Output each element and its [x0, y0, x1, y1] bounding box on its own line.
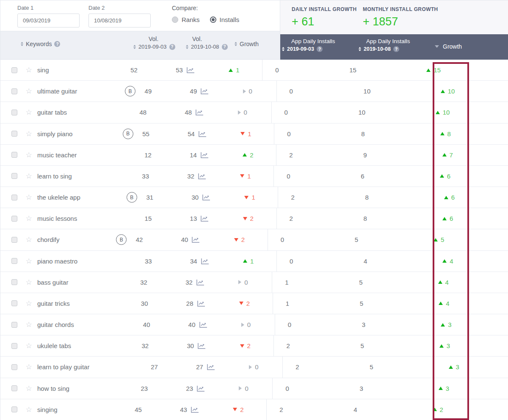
- row-checkbox[interactable]: [11, 88, 17, 94]
- sort-icon[interactable]: [282, 47, 284, 51]
- installs2-cell: 5: [344, 229, 420, 250]
- row-checkbox[interactable]: [11, 216, 17, 222]
- installs2-value: 4: [353, 406, 357, 413]
- vol1-cell: 12: [141, 145, 185, 165]
- vol-growth-arrow-icon: [240, 344, 244, 348]
- vol1-header[interactable]: Vol. 2019-09-03 ?: [133, 36, 175, 50]
- installs-radio[interactable]: [210, 16, 216, 23]
- ranks-radio-label[interactable]: Ranks: [182, 16, 200, 23]
- star-icon[interactable]: ☆: [25, 363, 32, 371]
- chart-icon[interactable]: [201, 258, 209, 264]
- vol1-value: 30: [141, 300, 148, 307]
- help-icon[interactable]: ?: [393, 46, 399, 52]
- chart-icon[interactable]: [187, 67, 195, 73]
- star-icon[interactable]: ☆: [25, 151, 32, 159]
- chart-icon[interactable]: [199, 321, 207, 328]
- row-checkbox[interactable]: [11, 385, 17, 391]
- vol2-value: 34: [190, 258, 197, 265]
- installs2-cell: 5: [359, 357, 435, 377]
- star-cell: ☆: [20, 208, 37, 229]
- star-icon[interactable]: ☆: [25, 236, 32, 243]
- installs2-header[interactable]: App Daily Installs 2019-10-08 ?: [359, 38, 410, 52]
- installs-growth-cell: 5: [420, 229, 458, 250]
- row-checkbox[interactable]: [11, 343, 17, 349]
- vol1-cell: 52: [127, 60, 171, 80]
- star-icon[interactable]: ☆: [25, 321, 32, 328]
- chart-icon[interactable]: [199, 131, 207, 137]
- row-checkbox[interactable]: [11, 322, 17, 328]
- row-checkbox[interactable]: [11, 364, 17, 370]
- row-checkbox[interactable]: [11, 300, 17, 306]
- chart-icon[interactable]: [197, 385, 205, 392]
- chart-icon[interactable]: [207, 364, 215, 370]
- vol2-header[interactable]: Vol. 2019-10-08 ?: [186, 36, 228, 50]
- vol1-value: 40: [143, 321, 150, 328]
- b-badge-icon: B: [116, 234, 127, 245]
- sort-icon[interactable]: [186, 45, 188, 49]
- growth-header[interactable]: Growth: [235, 41, 259, 47]
- installs-growth-value: 5: [441, 236, 444, 243]
- sort-desc-icon[interactable]: [435, 45, 439, 48]
- chart-icon[interactable]: [198, 343, 206, 349]
- chart-icon[interactable]: [196, 109, 204, 115]
- star-icon[interactable]: ☆: [25, 88, 32, 95]
- star-icon[interactable]: ☆: [25, 109, 32, 116]
- help-icon[interactable]: ?: [169, 44, 175, 50]
- sort-icon[interactable]: [359, 47, 361, 51]
- help-icon[interactable]: ?: [54, 41, 60, 47]
- chart-icon[interactable]: [202, 194, 210, 200]
- date1-input[interactable]: [17, 14, 80, 27]
- badge-cell: B: [119, 251, 141, 272]
- keywords-header[interactable]: Keywords ?: [21, 41, 60, 47]
- installs1-header[interactable]: App Daily Installs 2019-09-03 ?: [282, 38, 335, 52]
- checkbox-cell: [0, 335, 20, 356]
- chart-icon[interactable]: [201, 152, 209, 158]
- installs1-cell: 0: [268, 229, 344, 250]
- star-icon[interactable]: ☆: [25, 215, 32, 222]
- help-icon[interactable]: ?: [317, 46, 323, 52]
- chart-icon[interactable]: [201, 88, 209, 94]
- ranks-radio[interactable]: [172, 16, 178, 23]
- keyword-label: learn to play guitar: [37, 363, 89, 371]
- star-icon[interactable]: ☆: [25, 194, 32, 201]
- chart-icon[interactable]: [191, 406, 199, 413]
- row-checkbox[interactable]: [11, 406, 17, 412]
- sort-icon[interactable]: [21, 42, 23, 46]
- chart-icon[interactable]: [196, 279, 204, 285]
- chart-icon[interactable]: [192, 236, 200, 243]
- row-checkbox[interactable]: [11, 173, 17, 179]
- keyword-cell: ultimate guitar: [37, 81, 119, 102]
- row-checkbox[interactable]: [11, 152, 17, 158]
- star-icon[interactable]: ☆: [25, 385, 32, 392]
- row-checkbox[interactable]: [11, 131, 17, 137]
- star-icon[interactable]: ☆: [25, 66, 32, 74]
- star-icon[interactable]: ☆: [25, 300, 32, 307]
- sort-icon[interactable]: [133, 45, 136, 49]
- star-icon[interactable]: ☆: [25, 406, 32, 413]
- row-checkbox[interactable]: [11, 195, 17, 200]
- star-icon[interactable]: ☆: [25, 279, 32, 286]
- help-icon[interactable]: ?: [222, 44, 228, 50]
- installs-radio-label[interactable]: Installs: [220, 16, 240, 23]
- row-checkbox[interactable]: [11, 279, 17, 285]
- star-cell: ☆: [20, 251, 37, 272]
- star-icon[interactable]: ☆: [25, 173, 32, 180]
- star-icon[interactable]: ☆: [25, 130, 32, 137]
- date2-input[interactable]: [88, 14, 151, 27]
- chart-icon[interactable]: [198, 173, 206, 179]
- vol-growth-value: 0: [255, 363, 258, 371]
- chart-icon[interactable]: [197, 300, 205, 307]
- star-cell: ☆: [20, 229, 37, 250]
- star-icon[interactable]: ☆: [25, 258, 32, 265]
- row-checkbox[interactable]: [11, 67, 17, 73]
- chart-icon[interactable]: [201, 215, 209, 222]
- installs-growth-header[interactable]: Growth: [435, 43, 462, 50]
- row-checkbox[interactable]: [11, 237, 17, 243]
- star-icon[interactable]: ☆: [25, 342, 32, 349]
- row-checkbox[interactable]: [11, 258, 17, 264]
- keyword-label: ultimate guitar: [37, 88, 77, 95]
- empty-cell: [472, 357, 508, 377]
- sort-icon[interactable]: [235, 42, 237, 46]
- table-row: ☆ learn to play guitar B 27 27 0: [0, 357, 508, 378]
- row-checkbox[interactable]: [11, 110, 17, 115]
